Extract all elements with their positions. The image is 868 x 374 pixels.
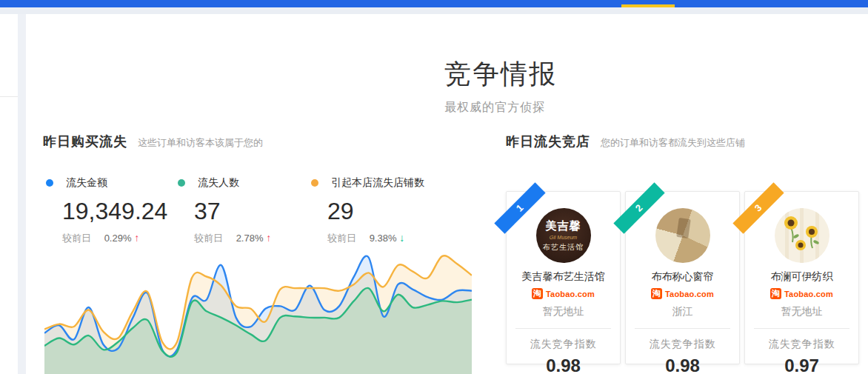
sunflower-curtain-graphic xyxy=(775,208,829,263)
stat-col-loss-shops: 引起本店流失店铺数 29 较前日 9.38% ↓ xyxy=(311,176,424,245)
delta-label: 较前日 xyxy=(327,233,356,244)
index-label: 流失竞争指数 xyxy=(745,338,858,351)
shop-name: 美吉馨布艺生活馆 xyxy=(507,270,620,284)
index-value: 0.98 xyxy=(626,355,739,374)
sub-header-band xyxy=(0,7,868,14)
shop-location: 暂无地址 xyxy=(745,305,858,318)
sidebar-gutter xyxy=(18,14,26,374)
taobao-link[interactable]: 淘 Taobao.com xyxy=(507,288,620,299)
delta-label: 较前日 xyxy=(62,233,91,244)
platform-name: Taobao.com xyxy=(665,290,714,298)
delta-percent: 0.29% xyxy=(104,233,132,244)
loss-people-value: 37 xyxy=(194,198,271,225)
delta-percent: 2.78% xyxy=(236,233,264,244)
shop-logo: 美吉馨 Gil Museum 布艺生活馆 xyxy=(536,208,591,263)
loss-section-title: 昨日购买流失 xyxy=(43,133,127,150)
loss-shops-delta: 较前日 9.38% ↓ xyxy=(327,232,424,245)
platform-name: Taobao.com xyxy=(546,290,595,298)
loss-amount-delta: 较前日 0.29% ↑ xyxy=(62,232,167,245)
taobao-link[interactable]: 淘 Taobao.com xyxy=(745,288,858,299)
competition-intelligence-page: 竞争情报 最权威的官方侦探 昨日购买流失 这些订单和访客本该属于您的 流失金额 … xyxy=(0,0,868,374)
competitor-card-1[interactable]: 1 美吉馨 Gil Museum 布艺生活馆 美吉馨布艺生活馆 淘 Taobao… xyxy=(506,191,621,364)
loss-trend-chart-svg[interactable] xyxy=(44,246,472,374)
legend-item-loss-amount[interactable]: 流失金额 xyxy=(46,176,167,190)
index-label: 流失竞争指数 xyxy=(507,338,620,351)
page-subtitle: 最权威的官方侦探 xyxy=(444,100,557,116)
competitor-section-title: 昨日流失竞店 xyxy=(506,133,590,150)
loss-amount-value: 19,349.24 xyxy=(62,198,167,225)
left-sidebar-edge xyxy=(0,14,18,374)
top-nav-bar xyxy=(0,0,868,7)
competitor-card-3[interactable]: 3 布澜可伊纺织 淘 Taobao.com 暂无地址 xyxy=(744,191,859,364)
page-header: 竞争情报 最权威的官方侦探 xyxy=(444,56,557,116)
shop-location: 浙江 xyxy=(626,305,739,318)
legend-dot-blue-icon xyxy=(46,179,53,187)
legend-dot-green-icon xyxy=(178,179,185,187)
card-divider xyxy=(754,328,849,329)
loss-people-delta: 较前日 2.78% ↑ xyxy=(194,232,271,245)
page-title: 竞争情报 xyxy=(444,56,557,93)
taobao-icon: 淘 xyxy=(770,288,781,299)
legend-label: 流失人数 xyxy=(198,176,239,190)
taobao-icon: 淘 xyxy=(651,288,662,299)
legend-item-loss-shops[interactable]: 引起本店流失店铺数 xyxy=(311,176,424,190)
card-divider xyxy=(635,328,730,329)
legend-label: 流失金额 xyxy=(66,176,107,190)
delta-label: 较前日 xyxy=(194,233,223,244)
delta-down-arrow-icon: ↓ xyxy=(399,232,404,244)
sidebar-divider xyxy=(0,96,18,97)
competitor-section-subtitle: 您的订单和访客都流失到这些店铺 xyxy=(601,136,745,150)
taobao-link[interactable]: 淘 Taobao.com xyxy=(626,288,739,299)
platform-name: Taobao.com xyxy=(784,290,833,298)
competitor-card-2[interactable]: 2 布布称心窗帘 淘 Taobao.com 浙江 流失竞争指数 0.98 xyxy=(625,191,740,364)
stat-col-loss-people: 流失人数 37 较前日 2.78% ↑ xyxy=(178,176,271,245)
loss-section-header: 昨日购买流失 这些订单和访客本该属于您的 xyxy=(43,133,263,150)
card-divider xyxy=(515,328,611,329)
legend-item-loss-people[interactable]: 流失人数 xyxy=(178,176,271,190)
index-value: 0.98 xyxy=(507,355,620,374)
logo-line: 美吉馨 xyxy=(546,219,581,233)
competitor-section-header: 昨日流失竞店 您的订单和访客都流失到这些店铺 xyxy=(506,133,745,150)
delta-up-arrow-icon: ↑ xyxy=(134,232,139,244)
competitor-card-list: 1 美吉馨 Gil Museum 布艺生活馆 美吉馨布艺生活馆 淘 Taobao… xyxy=(506,191,859,364)
taobao-icon: 淘 xyxy=(532,288,543,299)
index-label: 流失竞争指数 xyxy=(626,338,739,351)
shop-location: 暂无地址 xyxy=(507,305,620,318)
shop-logo xyxy=(775,208,829,263)
logo-line: Gil Museum xyxy=(550,235,577,240)
loss-section-subtitle: 这些订单和访客本该属于您的 xyxy=(138,136,263,150)
legend-label: 引起本店流失店铺数 xyxy=(331,176,424,190)
shop-name: 布澜可伊纺织 xyxy=(745,270,858,284)
loss-shops-value: 29 xyxy=(327,198,424,225)
index-value: 0.97 xyxy=(745,355,858,374)
legend-dot-orange-icon xyxy=(311,179,318,187)
shop-name: 布布称心窗帘 xyxy=(626,270,739,284)
loss-trend-chart[interactable] xyxy=(44,246,472,374)
logo-line: 布艺生活馆 xyxy=(543,242,584,253)
delta-percent: 9.38% xyxy=(370,233,397,244)
shop-logo xyxy=(655,208,710,263)
stat-col-loss-amount: 流失金额 19,349.24 较前日 0.29% ↑ xyxy=(46,176,167,245)
delta-up-arrow-icon: ↑ xyxy=(266,232,271,244)
